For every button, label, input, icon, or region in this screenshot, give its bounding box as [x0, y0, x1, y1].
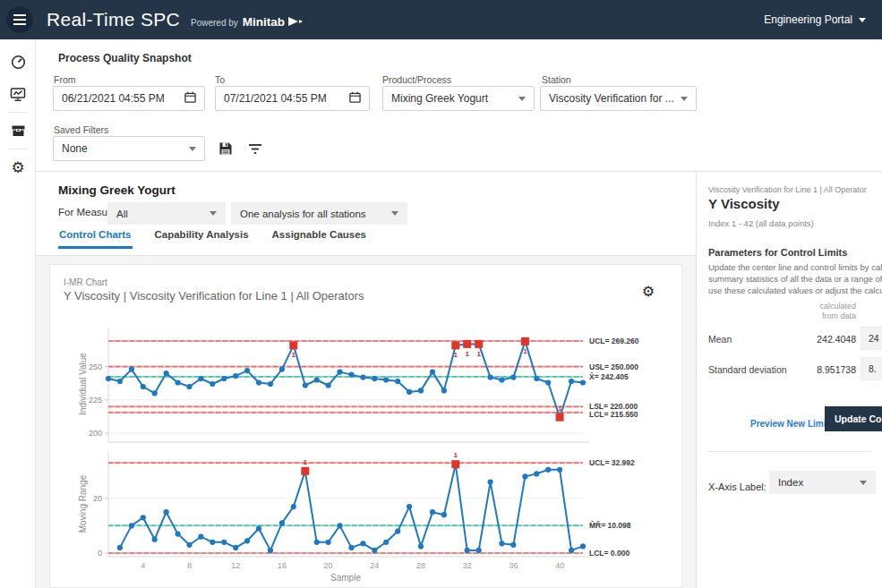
chart-settings-gear-icon[interactable]: ⚙ [642, 285, 655, 299]
svg-text:28: 28 [416, 561, 425, 570]
station-label: Station [542, 74, 571, 85]
calendar-icon[interactable] [349, 91, 361, 106]
tab-control-charts[interactable]: Control Charts [58, 224, 133, 249]
tab-capability-analysis[interactable]: Capability Analysis [154, 224, 250, 249]
product-process-label: Product/Process [382, 74, 451, 85]
svg-text:LCL= 215.550: LCL= 215.550 [589, 410, 638, 419]
params-title: Parameters for Control Limits [708, 247, 847, 258]
product-process-select[interactable]: Mixing Greek Yogurt [382, 86, 535, 111]
toolbox-icon[interactable] [0, 117, 36, 144]
params-description-line: Update the center line and control limit… [708, 262, 882, 272]
panel-divider [708, 451, 871, 452]
svg-text:16: 16 [278, 561, 287, 570]
panel-title: Y Viscosity [708, 196, 780, 211]
svg-text:UCL= 32.992: UCL= 32.992 [589, 458, 635, 467]
chevron-down-icon [681, 97, 688, 101]
svg-text:200: 200 [89, 429, 102, 438]
svg-text:12: 12 [231, 561, 240, 570]
preview-new-limits-link[interactable]: Preview New Limits [750, 419, 834, 429]
measure-value: All [116, 209, 210, 219]
svg-text:8: 8 [187, 561, 192, 570]
measure-select[interactable]: All [107, 202, 226, 225]
svg-text:LCL= 0.000: LCL= 0.000 [589, 549, 629, 558]
x-axis-label: X-Axis Label: [708, 481, 766, 492]
to-date-input[interactable]: 07/21/2021 04:55 PM [215, 86, 370, 111]
svg-text:250: 250 [89, 362, 102, 371]
saved-filters-select[interactable]: None [53, 136, 205, 161]
chevron-down-icon [189, 147, 196, 151]
station-select[interactable]: Viscosity Verification for ... [540, 86, 697, 111]
chevron-down-icon [859, 18, 866, 22]
svg-text:M̄R̄= 10.098: M̄R̄= 10.098 [589, 521, 631, 530]
svg-text:1: 1 [466, 350, 470, 358]
minitab-logo-icon [288, 15, 303, 31]
from-date-input[interactable]: 06/21/2021 04:55 PM [53, 86, 205, 111]
sidebar-divider [7, 112, 28, 113]
svg-text:0: 0 [98, 549, 102, 558]
gauge-icon[interactable] [0, 48, 36, 75]
chevron-down-icon [860, 481, 867, 485]
svg-text:Sample: Sample [330, 573, 361, 583]
chart-type-label: I-MR Chart [64, 277, 107, 287]
svg-text:1: 1 [476, 350, 481, 358]
analysis-title: Mixing Greek Yogurt [58, 183, 176, 197]
chevron-down-icon [210, 211, 217, 216]
parameters-panel: Viscosity Verification for Line 1 | All … [696, 172, 882, 588]
filter-icon[interactable] [245, 139, 265, 158]
left-sidebar: ⚙ [0, 39, 36, 588]
std-dev-input[interactable]: 8. [861, 357, 882, 380]
tab-assignable-causes[interactable]: Assignable Causes [271, 224, 367, 249]
analysis-mode-value: One analysis for all stations [240, 209, 391, 219]
chevron-down-icon [518, 97, 526, 101]
panel-context: Viscosity Verification for Line 1 | All … [708, 185, 867, 194]
sidebar-divider [7, 149, 28, 149]
saved-filters-label: Saved Filters [54, 124, 108, 135]
svg-text:1: 1 [292, 351, 296, 359]
station-value: Viscosity Verification for ... [549, 92, 681, 105]
svg-text:32: 32 [463, 561, 472, 570]
mean-input[interactable]: 24 [861, 327, 882, 350]
std-dev-calculated-value: 8.951738 [750, 364, 856, 375]
monitor-chart-icon[interactable] [0, 81, 36, 107]
calculated-from-data-header: calculated from data [750, 302, 856, 321]
imr-chart-card: I-MR Chart Y Viscosity | Viscosity Verif… [49, 264, 682, 588]
svg-text:1: 1 [558, 405, 562, 413]
tab-bar: Control Charts Capability Analysis Assig… [58, 224, 367, 249]
svg-text:225: 225 [89, 396, 102, 405]
hamburger-menu-icon[interactable] [6, 6, 33, 33]
calendar-icon[interactable] [184, 91, 196, 106]
x-axis-value: Index [778, 477, 860, 488]
mean-label: Mean [708, 334, 732, 345]
from-date-value: 06/21/2021 04:55 PM [62, 92, 184, 105]
analysis-mode-select[interactable]: One analysis for all stations [231, 202, 407, 225]
main-content: Mixing Greek Yogurt For Measure: All One… [36, 172, 696, 588]
svg-text:USL= 250.000: USL= 250.000 [589, 362, 638, 371]
app-header: Real-Time SPC Powered by Minitab Enginee… [0, 0, 882, 39]
svg-text:Individual Value: Individual Value [78, 353, 88, 415]
imr-chart-svg: 200225250UCL= 269.260USL= 250.000X̄= 242… [50, 319, 681, 588]
settings-gear-icon[interactable]: ⚙ [0, 154, 36, 181]
from-label: From [54, 74, 76, 85]
product-process-value: Mixing Greek Yogurt [391, 92, 518, 105]
portal-switcher[interactable]: Engineering Portal [764, 0, 866, 39]
save-filter-icon[interactable] [216, 139, 235, 158]
saved-filters-value: None [62, 142, 189, 155]
params-description-line: summary statistics of all the data or a … [708, 274, 882, 284]
chevron-down-icon [391, 211, 398, 216]
svg-text:X̄= 242.405: X̄= 242.405 [589, 372, 629, 381]
svg-text:1: 1 [454, 351, 458, 359]
section-title: Process Quality Snapshot [58, 52, 192, 64]
svg-text:36: 36 [509, 561, 518, 570]
svg-text:UCL= 269.260: UCL= 269.260 [589, 337, 639, 345]
mean-calculated-value: 242.4048 [750, 334, 856, 345]
params-description-line: use these calculated values or adjust th… [708, 285, 882, 295]
update-control-limits-button[interactable]: Update Contro [825, 406, 882, 431]
svg-text:1: 1 [304, 458, 308, 466]
chart-title: Y Viscosity | Viscosity Verification for… [64, 289, 364, 303]
to-date-value: 07/21/2021 04:55 PM [224, 92, 349, 105]
svg-text:4: 4 [141, 561, 145, 570]
filters-section: Process Quality Snapshot From 06/21/2021… [36, 39, 882, 172]
x-axis-select[interactable]: Index [769, 471, 876, 494]
svg-text:20: 20 [93, 494, 102, 503]
svg-text:40: 40 [555, 561, 564, 570]
